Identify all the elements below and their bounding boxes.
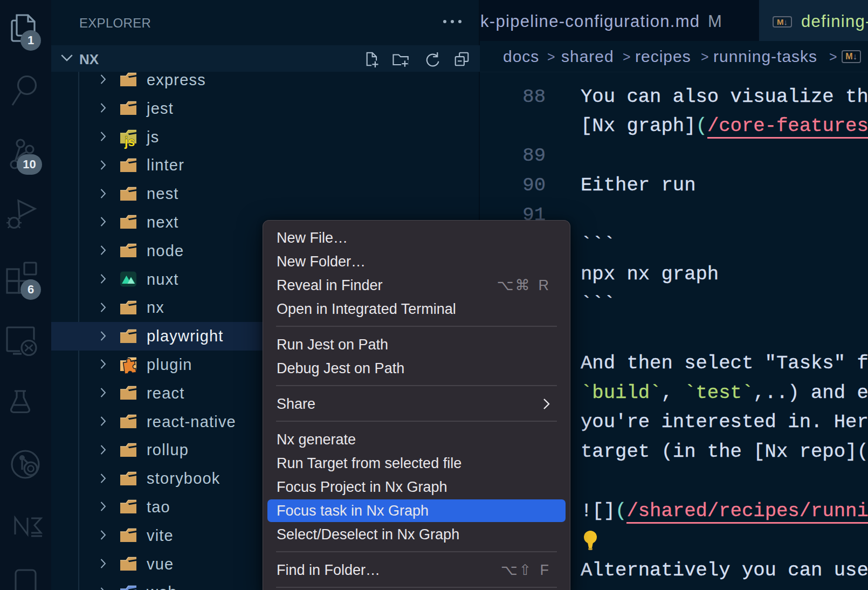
svg-text:js: js	[124, 135, 135, 149]
